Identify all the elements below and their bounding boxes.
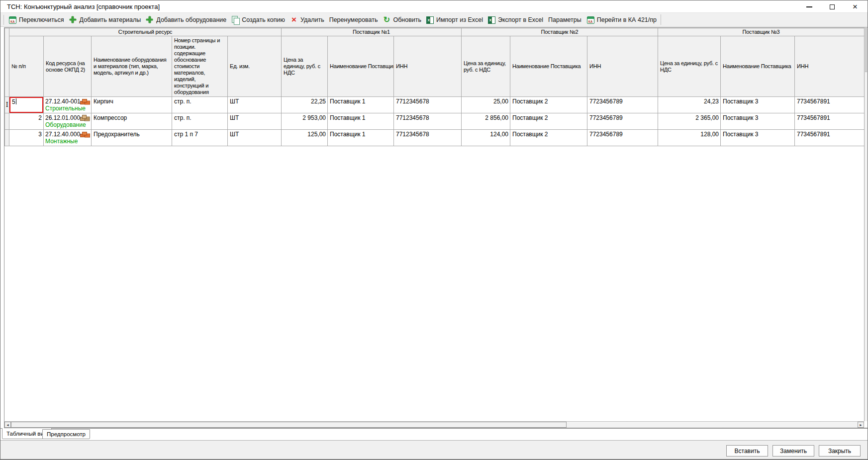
scroll-right-arrow[interactable]: ►	[858, 422, 864, 428]
toolbar-add-equipment-button[interactable]: Добавить оборудование	[143, 14, 229, 25]
s2-price-cell[interactable]: 124,00	[462, 130, 510, 146]
toolbar-delete-button[interactable]: × Удалить	[288, 15, 327, 25]
s1-supplier-cell[interactable]: Поставщик 1	[328, 113, 394, 130]
row-indicator	[5, 130, 9, 146]
resource-code: 26.12.01.000	[45, 114, 80, 121]
toolbar-export-excel-button[interactable]: Экспорт в Excel	[485, 14, 546, 25]
s2-price-cell[interactable]: 25,00	[462, 97, 510, 113]
text-caret	[16, 98, 16, 104]
column-header-s3-price: Цена за единицу, руб. с НДС	[658, 36, 721, 97]
s3-price-cell[interactable]: 2 365,00	[658, 113, 721, 130]
footer-panel: Вставить Заменить Закрыть	[0, 440, 868, 460]
unit-cell[interactable]: ШТ	[228, 97, 282, 113]
app-window: ТСН: Конъюнктурный анализ [справочник пр…	[0, 0, 868, 460]
column-header-s1-inn: ИНН	[394, 36, 462, 97]
name-cell[interactable]: Кирпич	[92, 97, 172, 113]
horizontal-scrollbar-thumb[interactable]	[11, 422, 567, 428]
copy-icon	[231, 16, 239, 24]
name-cell[interactable]: Компрессор	[92, 113, 172, 130]
resource-category: Монтажные	[45, 138, 78, 145]
s3-inn-cell[interactable]: 7734567891	[795, 97, 865, 113]
vertical-scrollbar[interactable]	[864, 28, 868, 421]
ka-grid-icon	[9, 16, 16, 24]
num-edit-input[interactable]: 5	[9, 97, 43, 113]
page-cell[interactable]: стр. п.	[172, 97, 228, 113]
group-header-supplier-2: Поставщик №2	[462, 28, 658, 36]
toolbar-add-materials-label: Добавить материалы	[80, 16, 141, 23]
code-cell[interactable]: 27.12.40.000 Монтажные	[44, 130, 92, 146]
s3-inn-cell[interactable]: 7734567891	[795, 130, 865, 146]
s2-inn-cell[interactable]: 7723456789	[587, 97, 658, 113]
toolbar-renumber-button[interactable]: Перенумеровать	[327, 15, 381, 25]
vertical-scrollbar-thumb[interactable]	[865, 28, 867, 72]
s3-inn-cell[interactable]: 7734567891	[795, 113, 865, 130]
maximize-button[interactable]	[821, 0, 844, 13]
close-icon: ×	[853, 4, 858, 9]
s2-supplier-cell[interactable]: Поставщик 2	[510, 97, 587, 113]
s3-price-cell[interactable]: 24,23	[658, 97, 721, 113]
toolbar-refresh-button[interactable]: ↻ Обновить	[380, 14, 424, 25]
num-cell-editing[interactable]: 5	[9, 97, 44, 113]
toolbar-parameters-button[interactable]: Параметры	[546, 15, 584, 25]
s2-supplier-cell[interactable]: Поставщик 2	[510, 130, 587, 146]
s1-price-cell[interactable]: 22,25	[282, 97, 328, 113]
minimize-button[interactable]	[798, 0, 821, 13]
scroll-left-arrow[interactable]: ◄	[4, 422, 11, 428]
s1-supplier-cell[interactable]: Поставщик 1	[328, 130, 394, 146]
table-row: 2 26.12.01.000 Оборудование Компрессор с…	[5, 113, 865, 130]
grid-frame: Строительный ресурс Поставщик №1 Поставщ…	[4, 27, 868, 428]
close-dialog-button[interactable]: Закрыть	[819, 445, 861, 457]
s3-supplier-cell[interactable]: Поставщик 3	[721, 113, 795, 130]
toolbar-add-materials-button[interactable]: Добавить материалы	[67, 14, 144, 25]
tab-preview[interactable]: Предпросмотр	[42, 429, 90, 439]
code-cell[interactable]: 27.12.40-001 Строительные	[44, 97, 92, 113]
horizontal-scrollbar[interactable]: ◄ ►	[4, 421, 864, 428]
toolbar-add-equipment-label: Добавить оборудование	[156, 16, 226, 23]
column-header-s1-supplier: Наименование Поставщика	[328, 36, 394, 97]
toolbar-create-copy-button[interactable]: Создать копию	[229, 14, 288, 25]
num-cell[interactable]: 3	[9, 130, 44, 146]
resource-category: Оборудование	[45, 121, 86, 128]
s1-inn-cell[interactable]: 7712345678	[394, 130, 462, 146]
corner-cell	[5, 28, 9, 97]
close-button[interactable]: ×	[844, 0, 867, 13]
toolbar-goto-ka-button[interactable]: Перейти в КА 421/пр	[584, 14, 659, 25]
toolbar-export-excel-label: Экспорт в Excel	[498, 16, 543, 23]
resource-table: Строительный ресурс Поставщик №1 Поставщ…	[4, 28, 865, 146]
toolbar-import-excel-button[interactable]: Импорт из Excel	[424, 14, 485, 25]
s1-supplier-cell[interactable]: Поставщик 1	[328, 97, 394, 113]
insert-button[interactable]: Вставить	[726, 445, 768, 457]
toolbar-import-excel-label: Импорт из Excel	[436, 16, 483, 23]
toolbar-gripper	[3, 15, 4, 25]
unit-cell[interactable]: ШТ	[228, 130, 282, 146]
resource-code: 27.12.40-001	[45, 98, 81, 105]
column-header-s2-supplier: Наименование Поставщика	[510, 36, 587, 97]
s2-inn-cell[interactable]: 7723456789	[587, 130, 658, 146]
page-cell[interactable]: стр. п.	[172, 113, 228, 130]
s3-price-cell[interactable]: 128,00	[658, 130, 721, 146]
column-header-s3-inn: ИНН	[795, 36, 865, 97]
bricks-icon	[80, 132, 89, 137]
num-cell[interactable]: 2	[9, 113, 44, 130]
s2-inn-cell[interactable]: 7723456789	[587, 113, 658, 130]
replace-button[interactable]: Заменить	[772, 445, 814, 457]
s3-supplier-cell[interactable]: Поставщик 3	[721, 97, 795, 113]
code-cell[interactable]: 26.12.01.000 Оборудование	[44, 113, 92, 130]
s1-inn-cell[interactable]: 7712345678	[394, 97, 462, 113]
plus-icon	[146, 16, 154, 24]
page-cell[interactable]: стр 1 п 7	[172, 130, 228, 146]
s3-supplier-cell[interactable]: Поставщик 3	[721, 130, 795, 146]
s1-price-cell[interactable]: 125,00	[282, 130, 328, 146]
group-header-supplier-1: Поставщик №1	[282, 28, 462, 36]
s2-price-cell[interactable]: 2 856,00	[462, 113, 510, 130]
toolbar-goto-ka-label: Перейти в КА 421/пр	[597, 16, 657, 23]
unit-cell[interactable]: ШТ	[228, 113, 282, 130]
refresh-icon: ↻	[383, 16, 390, 24]
s2-supplier-cell[interactable]: Поставщик 2	[510, 113, 587, 130]
s1-inn-cell[interactable]: 7712345678	[394, 113, 462, 130]
view-tabstrip: Табличный вид Предпросмотр	[0, 428, 868, 440]
s1-price-cell[interactable]: 2 953,00	[282, 113, 328, 130]
name-cell[interactable]: Предохранитель	[92, 130, 172, 146]
boxes-icon	[80, 115, 89, 121]
toolbar-switch-button[interactable]: Переключиться	[6, 14, 67, 25]
